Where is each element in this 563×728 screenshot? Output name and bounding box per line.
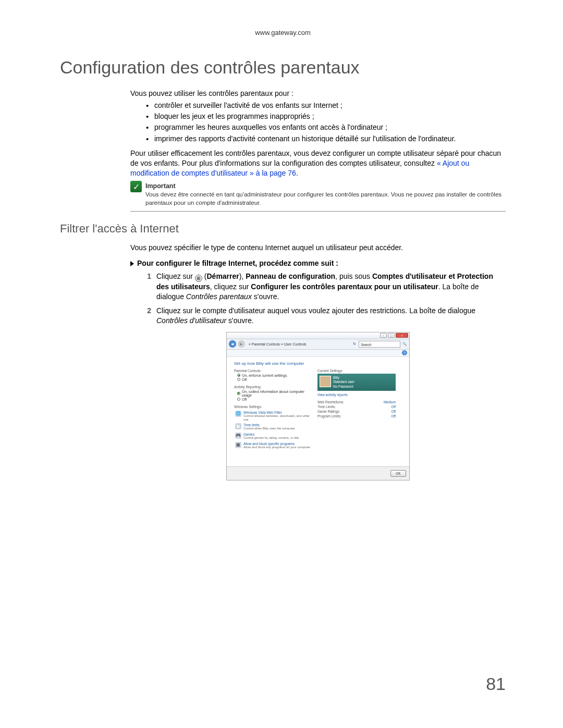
games-icon: 🎮 xyxy=(235,433,241,439)
close-button[interactable]: × xyxy=(396,333,408,338)
clock-icon: 🕒 xyxy=(235,423,241,429)
step-text: , puis sous xyxy=(335,272,372,280)
search-input[interactable]: Search xyxy=(359,341,400,348)
steps-list: 1 Cliquez sur ⊞ (Démarrer), Panneau de c… xyxy=(140,272,506,326)
step-item: 2 Cliquez sur le compte d'utilisateur au… xyxy=(140,306,506,326)
bullet-item: bloquer les jeux et les programmes inapp… xyxy=(130,112,506,121)
refresh-icon[interactable]: ↻ xyxy=(352,341,357,348)
section-label: Parental Controls: xyxy=(234,369,312,373)
section-intro: Vous pouvez spécifier le type de contenu… xyxy=(130,243,506,253)
radio-label: Off xyxy=(242,398,247,401)
ui-ref: Panneau de configuration xyxy=(246,272,335,280)
help-icon[interactable]: ? xyxy=(402,350,407,355)
page-title: Configuration des contrôles parentaux xyxy=(60,57,506,78)
view-reports-link[interactable]: View activity reports xyxy=(317,393,396,397)
settings-row: Time Limits:Off xyxy=(317,404,396,409)
settings-row: Web Restrictions:Medium xyxy=(317,400,396,404)
dialog-screenshot: – □ × ◄ ► « Parental Controls » User Con… xyxy=(226,332,410,480)
dialog-heading: Set up how Billy will use the computer xyxy=(234,361,403,366)
link-desc: Control games by rating, content, or tit… xyxy=(243,436,299,440)
page-number: 81 xyxy=(486,674,506,694)
link-title: Allow and block specific programs xyxy=(243,442,310,446)
user-card: Billy Standard user No Password xyxy=(317,374,396,391)
section-title: Filtrer l'accès à Internet xyxy=(60,222,506,236)
divider xyxy=(130,211,506,212)
step-text: Cliquez sur le compte d'utilisateur auqu… xyxy=(156,306,475,315)
row-key: Web Restrictions: xyxy=(317,400,344,404)
forward-button[interactable]: ► xyxy=(238,340,245,348)
bullet-item: contrôler et surveiller l'activité de vo… xyxy=(130,101,506,110)
dialog-name: Contrôles parentaux xyxy=(186,292,252,301)
settings-link[interactable]: 🌐 Windows Vista Web FilterControl allowe… xyxy=(234,410,312,422)
user-name: Billy xyxy=(333,376,354,380)
step-number: 2 xyxy=(140,306,151,326)
radio-off[interactable] xyxy=(237,378,240,381)
row-key: Time Limits: xyxy=(317,405,336,409)
row-value[interactable]: Off xyxy=(391,414,396,418)
settings-row: Program Limits:Off xyxy=(317,414,396,418)
link-desc: Control when Billy uses the computer xyxy=(243,427,295,430)
section-label: Activity Reporting: xyxy=(234,385,312,389)
important-callout: ✓ Important Vous devez être connecté en … xyxy=(130,182,506,207)
section-label: Windows Settings: xyxy=(234,405,312,409)
link-desc: Allow and block any programs on your com… xyxy=(243,446,310,449)
check-icon: ✓ xyxy=(130,181,142,192)
radio-label: On, enforce current settings xyxy=(242,374,287,377)
row-value[interactable]: Off xyxy=(391,410,396,413)
avatar xyxy=(320,376,331,387)
step-text: s'ouvre. xyxy=(226,316,253,325)
globe-icon: 🌐 xyxy=(235,411,241,417)
row-key: Program Limits: xyxy=(317,414,341,418)
link-title: Games xyxy=(243,433,299,436)
row-value[interactable]: Medium xyxy=(384,400,396,404)
program-icon: ▦ xyxy=(235,442,241,448)
ok-button[interactable]: OK xyxy=(390,470,406,477)
important-text: Vous devez être connecté en tant qu'admi… xyxy=(145,191,501,206)
step-text: Cliquez sur xyxy=(156,272,195,280)
settings-link[interactable]: 🎮 GamesControl games by rating, content,… xyxy=(234,431,312,441)
para-text: . xyxy=(296,169,298,177)
user-type: Standard user xyxy=(333,380,354,384)
header-url: www.gateway.com xyxy=(60,29,506,36)
settings-link[interactable]: ▦ Allow and block specific programsAllow… xyxy=(234,441,312,450)
ui-ref: Démarrer xyxy=(206,272,239,280)
link-desc: Control allowed websites, downloads, and… xyxy=(243,414,312,421)
bullet-item: programmer les heures auxquelles vos enf… xyxy=(130,122,506,132)
back-button[interactable]: ◄ xyxy=(229,340,236,348)
bullet-list: contrôler et surveiller l'activité de vo… xyxy=(130,101,506,143)
important-title: Important xyxy=(145,182,176,190)
address-bar: ◄ ► « Parental Controls » User Controls … xyxy=(227,339,409,350)
radio-label: On, collect information about computer u… xyxy=(242,390,312,397)
radio-on[interactable] xyxy=(237,392,240,395)
maximize-button[interactable]: □ xyxy=(388,333,395,338)
bullet-item: imprimer des rapports d'activité contena… xyxy=(130,134,506,143)
settings-row: Game Ratings:Off xyxy=(317,409,396,414)
user-password-status: No Password xyxy=(333,385,354,389)
search-go-icon[interactable]: 🔍 xyxy=(402,341,407,348)
link-title: Time limits xyxy=(243,423,295,427)
dialog-name: Contrôles d'utilisateur xyxy=(156,316,226,325)
intro-text: Vous pouvez utiliser les contrôles paren… xyxy=(130,89,506,97)
row-value[interactable]: Off xyxy=(391,405,396,409)
radio-off[interactable] xyxy=(237,398,240,401)
section-label: Current Settings: xyxy=(317,369,396,373)
step-text: , cliquez sur xyxy=(210,282,251,291)
breadcrumb[interactable]: « Parental Controls » User Controls xyxy=(247,342,350,346)
window-titlebar: – □ × xyxy=(227,332,409,339)
step-text: s'ouvre. xyxy=(252,292,279,301)
procedure-title: Pour configurer le filtrage Internet, pr… xyxy=(130,259,506,267)
toolbar: ? xyxy=(227,350,409,357)
step-item: 1 Cliquez sur ⊞ (Démarrer), Panneau de c… xyxy=(140,272,506,302)
minimize-button[interactable]: – xyxy=(380,333,387,338)
dialog-footer: OK xyxy=(227,466,409,480)
step-number: 1 xyxy=(140,272,151,302)
start-icon: ⊞ xyxy=(195,275,202,282)
step-text: ), xyxy=(239,272,246,280)
radio-label: Off xyxy=(242,378,247,381)
chevron-right-icon xyxy=(130,261,134,266)
ui-ref: Configurer les contrôles parentaux pour … xyxy=(251,282,438,291)
settings-link[interactable]: 🕒 Time limitsControl when Billy uses the… xyxy=(234,422,312,431)
row-key: Game Ratings: xyxy=(317,410,340,413)
procedure-title-text: Pour configurer le filtrage Internet, pr… xyxy=(137,259,338,267)
radio-on[interactable] xyxy=(237,374,240,377)
